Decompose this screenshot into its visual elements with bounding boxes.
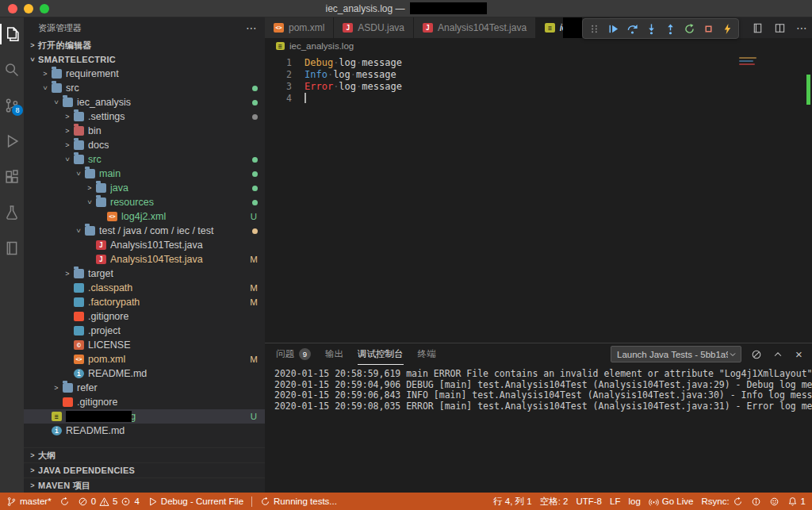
indentation[interactable]: 空格: 2 bbox=[540, 496, 569, 508]
chevron-down-icon[interactable]: > bbox=[63, 154, 71, 165]
tree-file-license[interactable]: LICENSE bbox=[24, 338, 265, 352]
panel-tab-label: 调试控制台 bbox=[358, 348, 404, 360]
split-editor-icon[interactable] bbox=[772, 21, 787, 35]
open-editors-header[interactable]: > 打开的编辑器 bbox=[24, 38, 265, 52]
chevron-down-icon[interactable]: > bbox=[75, 168, 82, 179]
debug-continue-icon[interactable] bbox=[604, 20, 622, 37]
debug-console-output[interactable]: 2020-01-15 20:58:59,619 main ERROR File … bbox=[265, 365, 812, 416]
chevron-right-icon[interactable]: > bbox=[62, 141, 73, 149]
more-actions-icon[interactable]: ⋯ bbox=[795, 21, 809, 35]
panel-tab-[interactable]: 终端 bbox=[418, 343, 436, 365]
tab-pom-xml[interactable]: pom.xml bbox=[265, 17, 334, 38]
activity-extensions[interactable] bbox=[0, 167, 24, 187]
section-outline[interactable]: > 大纲 bbox=[24, 447, 265, 462]
chevron-right-icon[interactable]: > bbox=[62, 270, 73, 278]
eol[interactable]: LF bbox=[610, 497, 620, 506]
overview-ruler[interactable] bbox=[806, 75, 810, 105]
encoding[interactable]: UTF-8 bbox=[576, 497, 602, 506]
sync-status[interactable] bbox=[59, 497, 70, 507]
tree-folder-main[interactable]: >main bbox=[24, 167, 265, 181]
close-panel-icon[interactable]: × bbox=[792, 347, 806, 361]
branch-status[interactable]: master* bbox=[6, 497, 52, 507]
tree-folder-java[interactable]: >java bbox=[24, 181, 265, 195]
activity-testing[interactable] bbox=[0, 202, 24, 223]
more-actions-icon[interactable]: ⋯ bbox=[246, 21, 257, 34]
tree-file-analysis101test-java[interactable]: Analysis101Test.java bbox=[24, 238, 265, 252]
tree-folder-settings[interactable]: >.settings bbox=[24, 109, 265, 124]
problems-status[interactable]: 0 5 4 bbox=[78, 497, 140, 507]
notifications-status[interactable]: 1 bbox=[787, 497, 806, 507]
tab-asdu-java[interactable]: ASDU.java bbox=[334, 17, 414, 38]
chevron-down-icon[interactable]: > bbox=[52, 97, 60, 108]
tree-folder-bin[interactable]: >bin bbox=[24, 124, 265, 138]
section-maven-projects[interactable]: > MAVEN 项目 bbox=[24, 477, 265, 493]
debug-step-into-icon[interactable] bbox=[642, 20, 660, 37]
debug-launch-status[interactable]: Debug - Current File bbox=[147, 497, 243, 507]
tree-folder-src[interactable]: >src bbox=[24, 152, 265, 167]
info-status[interactable] bbox=[751, 497, 761, 507]
tree-file-log4j2-xml[interactable]: log4j2.xmlU bbox=[24, 209, 265, 224]
chevron-down-icon[interactable]: > bbox=[75, 225, 82, 236]
debug-step-over-icon[interactable] bbox=[623, 20, 641, 37]
tree-folder-refer[interactable]: >refer bbox=[24, 381, 265, 395]
activity-notebook[interactable] bbox=[0, 238, 24, 259]
tree-folder-iec-analysis[interactable]: >iec_analysis bbox=[24, 95, 265, 109]
tree-folder-resources[interactable]: >resources bbox=[24, 195, 265, 209]
tree-file-analysis104test-java[interactable]: Analysis104Test.javaM bbox=[24, 252, 265, 267]
tree-file-classpath[interactable]: .classpathM bbox=[24, 281, 265, 295]
running-tests-status[interactable]: Running tests... bbox=[260, 497, 337, 507]
language-mode[interactable]: log bbox=[628, 497, 640, 506]
panel-tab-[interactable]: 调试控制台 bbox=[358, 343, 404, 365]
tree-file-gitignore[interactable]: .gitignore bbox=[24, 395, 265, 409]
tree-folder-requirement[interactable]: >requirement bbox=[24, 67, 265, 81]
close-button[interactable] bbox=[8, 4, 17, 13]
tree-file-readme-md[interactable]: README.md bbox=[24, 366, 265, 381]
clear-console-icon[interactable] bbox=[749, 347, 763, 361]
tree-file-factorypath[interactable]: .factorypathM bbox=[24, 295, 265, 309]
tree-folder-docs[interactable]: >docs bbox=[24, 138, 265, 152]
editor[interactable]: 1Debug·log·message2Info·log·message3Erro… bbox=[265, 54, 812, 343]
tree-file-iec-analysis-log[interactable]: iec_analysis.logU bbox=[24, 409, 265, 424]
debug-restart-icon[interactable] bbox=[680, 20, 698, 37]
debug-step-out-icon[interactable] bbox=[661, 20, 679, 37]
drag-handle-icon[interactable] bbox=[585, 20, 603, 37]
cursor-position[interactable]: 行 4, 列 1 bbox=[493, 496, 532, 508]
chevron-right-icon[interactable]: > bbox=[62, 127, 73, 135]
tree-folder-target[interactable]: >target bbox=[24, 267, 265, 281]
chevron-down-icon[interactable]: > bbox=[86, 197, 94, 208]
breadcrumb[interactable]: iec_analysis.log bbox=[265, 38, 812, 54]
project-root-header[interactable]: > SMARTELECTRIC bbox=[24, 52, 265, 67]
tree-file-readme-md[interactable]: README.md bbox=[24, 424, 265, 438]
panel-tab-[interactable]: 问题9 bbox=[276, 343, 311, 365]
git-dot bbox=[252, 200, 258, 205]
tab-analysis104test-java[interactable]: Analysis104Test.java bbox=[414, 17, 536, 38]
chevron-down-icon[interactable]: > bbox=[41, 82, 49, 94]
chevron-right-icon[interactable]: > bbox=[62, 113, 73, 121]
chevron-right-icon[interactable]: > bbox=[40, 70, 51, 78]
go-live[interactable]: Go Live bbox=[649, 497, 694, 507]
activity-explorer[interactable] bbox=[0, 24, 24, 44]
feedback-status[interactable] bbox=[769, 497, 779, 507]
section-java-dependencies[interactable]: > JAVA DEPENDENCIES bbox=[24, 462, 265, 477]
maximize-panel-icon[interactable] bbox=[771, 347, 784, 361]
chevron-right-icon[interactable]: > bbox=[84, 184, 95, 192]
tree-file-pom-xml[interactable]: pom.xmlM bbox=[24, 352, 265, 366]
rsync-status[interactable]: Rsync: bbox=[701, 497, 742, 507]
activity-search[interactable] bbox=[0, 59, 24, 80]
debug-stop-icon[interactable] bbox=[699, 20, 717, 37]
activity-run-debug[interactable] bbox=[0, 131, 24, 151]
activity-source-control[interactable]: 8 bbox=[0, 95, 24, 116]
notebook-icon[interactable] bbox=[750, 21, 764, 35]
tree-folder-src[interactable]: >src bbox=[24, 81, 265, 95]
hot-code-replace-icon[interactable] bbox=[718, 20, 736, 37]
chevron-right-icon[interactable]: > bbox=[51, 384, 62, 392]
config-icon bbox=[74, 326, 84, 336]
panel-tab-[interactable]: 输出 bbox=[325, 343, 343, 365]
minimize-button[interactable] bbox=[24, 4, 33, 13]
launch-config-dropdown[interactable]: Launch Java Tests - 5bb1a9 bbox=[611, 346, 741, 362]
tree-file-project[interactable]: .project bbox=[24, 324, 265, 338]
zoom-button[interactable] bbox=[40, 4, 49, 13]
minimap[interactable] bbox=[739, 57, 760, 65]
tree-file-gitignore[interactable]: .gitignore bbox=[24, 309, 265, 324]
tree-folder-test-java-com-iec-test[interactable]: >test / java / com / iec / test bbox=[24, 224, 265, 238]
